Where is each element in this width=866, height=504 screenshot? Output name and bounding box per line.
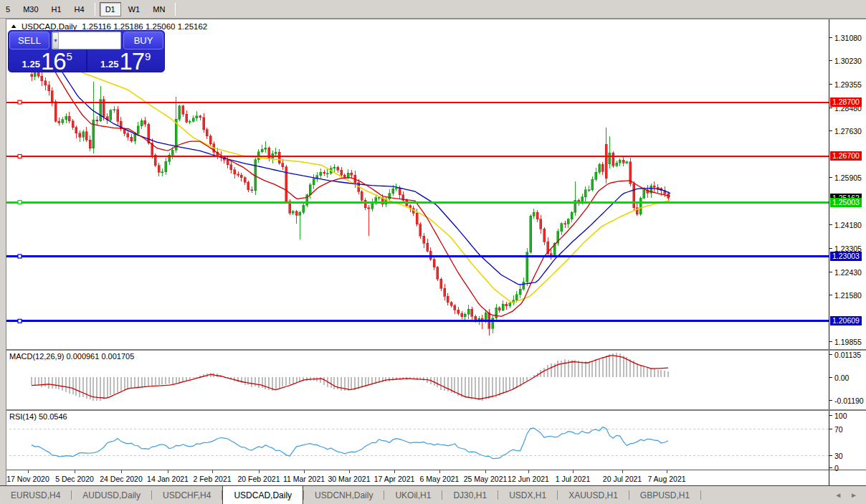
date-tick-mark: [259, 470, 260, 473]
date-tick-label: 30 Mar 2021: [328, 475, 371, 483]
date-tick-label: 7 Aug 2021: [647, 475, 685, 483]
axis-tick-mark: [829, 354, 832, 355]
date-axis-border: [6, 470, 866, 470]
timeframe-button-h1[interactable]: H1: [46, 2, 67, 16]
timeframe-button-h4[interactable]: H4: [69, 2, 90, 16]
tab-usdchf-h4[interactable]: USDCHF,H4: [152, 486, 222, 504]
price-level-badge: 1.25003: [830, 198, 862, 207]
timeframe-button-m30[interactable]: M30: [17, 2, 44, 16]
timeframe-button-5[interactable]: 5: [0, 2, 16, 16]
sell-price-sup: 5: [67, 51, 72, 62]
price-level-badge: 1.23003: [830, 252, 862, 261]
tab-usdcad-daily[interactable]: USDCAD,Daily: [222, 485, 303, 504]
rsi-tick-label: 30: [834, 452, 843, 460]
timeframe-button-d1[interactable]: D1: [100, 2, 121, 16]
chart-plot-area[interactable]: ▲ USDCAD,Daily 1.25116 1.25186 1.25060 1…: [6, 19, 829, 486]
rsi-tick-label: 70: [834, 425, 843, 434]
date-tick-label: 1 Jul 2021: [556, 475, 590, 483]
buy-price-big: 17: [119, 52, 144, 72]
macd-indicator-label: MACD(12,26,9) 0.000961 0.001705: [9, 352, 134, 361]
buy-price-display[interactable]: 1.25 17 9: [87, 50, 165, 72]
one-click-trade-panel: SELL ▼ ▲ BUY 1.25 16 5: [8, 30, 165, 72]
macd-tick-label: 0.01135: [834, 351, 861, 359]
macd-pane-splitter[interactable]: [6, 349, 866, 351]
timeframe-button-w1[interactable]: W1: [123, 2, 146, 16]
rsi-pane-splitter[interactable]: [6, 409, 866, 411]
axis-tick-mark: [829, 415, 832, 416]
date-tick-label: 12 Jun 2021: [508, 475, 549, 483]
buy-button[interactable]: BUY: [123, 32, 163, 49]
mt4-terminal: 5M30H1H4D1W1MN ▲ USDCAD,Daily 1.25116 1.…: [0, 0, 866, 504]
timeframe-button-mn[interactable]: MN: [147, 2, 171, 16]
date-tick-mark: [485, 470, 486, 473]
price-level-badge: 1.20609: [830, 316, 862, 325]
rsi-pane-canvas[interactable]: [6, 411, 829, 470]
date-tick-label: 6 May 2021: [420, 475, 460, 483]
tab-scroll-right-icon[interactable]: ►: [850, 491, 857, 499]
tab-xauusd-h1[interactable]: XAUUSD,H1: [558, 486, 629, 504]
toolbar-separator: [95, 3, 95, 16]
date-tick-mark: [304, 470, 305, 473]
tab-usdcnh-daily[interactable]: USDCNH,Daily: [304, 486, 384, 504]
price-tick-label: 1.29355: [834, 80, 862, 89]
axis-tick-mark: [829, 177, 832, 178]
date-tick-label: 20 Feb 2021: [238, 475, 280, 483]
price-tick-label: 1.22430: [834, 268, 862, 277]
date-tick-label: 5 Dec 2020: [55, 475, 94, 483]
sell-price-display[interactable]: 1.25 16 5: [9, 50, 86, 72]
date-tick-mark: [528, 470, 529, 473]
sell-price-big: 16: [41, 52, 66, 72]
sell-button[interactable]: SELL: [9, 32, 49, 49]
axis-tick-mark: [829, 248, 832, 249]
date-axis: 17 Nov 20205 Dec 202024 Dec 202014 Jan 2…: [6, 470, 829, 486]
volume-decrease-button[interactable]: ▼: [52, 32, 59, 49]
axis-tick-mark: [829, 400, 832, 401]
date-tick-label: 25 May 2021: [464, 475, 508, 483]
rsi-tick-label: 100: [834, 412, 847, 420]
macd-tick-label: -0.01190: [834, 396, 864, 405]
date-tick-mark: [75, 470, 75, 473]
rsi-tick-label: 0: [834, 464, 839, 472]
tab-gbpusd-h1[interactable]: GBPUSD,H1: [629, 486, 700, 504]
date-tick-label: 11 Mar 2021: [283, 475, 325, 483]
price-tick-label: 1.24180: [834, 221, 862, 229]
tab-ukoil-h1[interactable]: UKOil,H1: [384, 486, 442, 504]
volume-stepper: ▼ ▲: [52, 32, 121, 49]
date-tick-mark: [573, 470, 574, 473]
axis-tick-mark: [829, 467, 832, 468]
date-tick-label: 17 Apr 2021: [374, 475, 415, 483]
price-tick-label: 1.21580: [834, 291, 862, 300]
axis-tick-mark: [829, 377, 832, 378]
axis-tick-mark: [829, 224, 832, 225]
price-level-badge: 1.28700: [830, 98, 862, 107]
date-tick-mark: [28, 470, 29, 473]
axis-tick-mark: [829, 429, 832, 429]
axis-tick-mark: [829, 130, 832, 131]
chart-tab-bar: EURUSD,H4AUDUSD,DailyUSDCHF,H4USDCAD,Dai…: [0, 485, 866, 504]
axis-tick-mark: [829, 84, 832, 85]
macd-tick-label: 0.00: [834, 374, 849, 382]
buy-price-prefix: 1.25: [100, 57, 118, 72]
collapse-arrow-icon[interactable]: ▲: [9, 24, 17, 29]
axis-tick-mark: [829, 295, 832, 295]
date-tick-mark: [168, 470, 168, 473]
date-tick-mark: [349, 470, 350, 473]
tab-separator: [700, 490, 701, 500]
volume-input[interactable]: [59, 32, 121, 49]
tab-usdx-h1[interactable]: USDX,H1: [498, 486, 557, 504]
axis-tick-mark: [829, 37, 832, 38]
date-tick-label: 20 Jul 2021: [603, 475, 642, 483]
price-tick-label: 1.19855: [834, 338, 862, 346]
buy-price-sup: 9: [145, 51, 151, 62]
toolbar-separator: [175, 3, 176, 16]
date-tick-label: 14 Jan 2021: [147, 475, 189, 483]
tab-scroll-left-icon[interactable]: ◄: [834, 491, 842, 499]
date-tick-mark: [667, 470, 667, 473]
tab-audusd-daily[interactable]: AUDUSD,Daily: [72, 486, 151, 504]
date-tick-mark: [394, 470, 395, 473]
date-tick-label: 17 Nov 2020: [6, 475, 49, 483]
sell-price-prefix: 1.25: [22, 57, 40, 72]
tab-dj30-h1[interactable]: DJ30,H1: [442, 486, 498, 504]
price-tick-label: 1.27630: [834, 127, 862, 135]
tab-eurusd-h4[interactable]: EURUSD,H4: [0, 486, 71, 504]
